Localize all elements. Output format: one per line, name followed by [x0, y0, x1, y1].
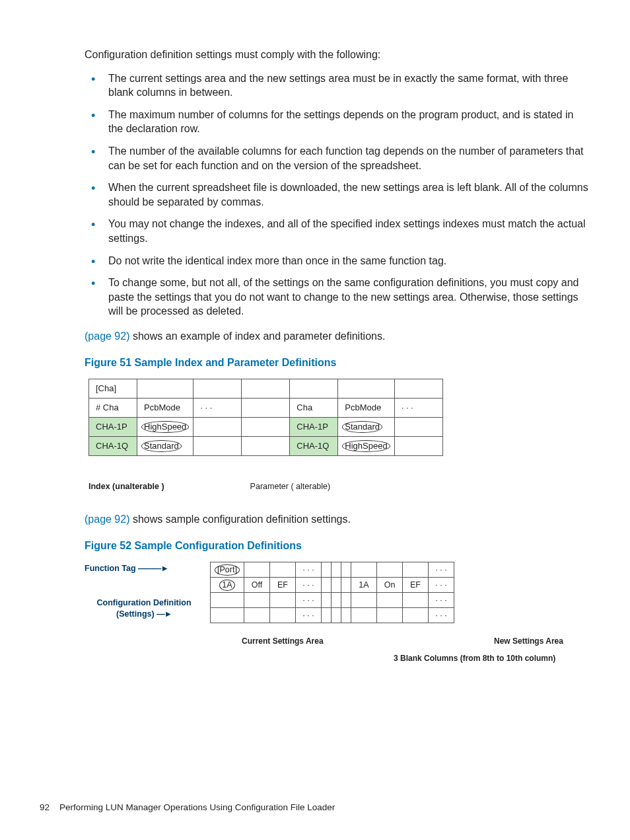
- cell: [Port]: [211, 562, 244, 578]
- bullet-item: The number of the available columns for …: [85, 144, 590, 172]
- bullet-item: You may not change the indexes, and all …: [85, 217, 590, 245]
- cell: · · ·: [429, 562, 454, 578]
- bullet-item: To change some, but not all, of the sett…: [85, 276, 590, 319]
- cell: [290, 379, 338, 399]
- cell: [351, 608, 377, 623]
- cell: [242, 399, 290, 418]
- cell: [332, 562, 341, 578]
- cell: · · ·: [394, 399, 442, 418]
- cell: [242, 437, 290, 456]
- figure-52-caption: Figure 52 Sample Configuration Definitio…: [85, 539, 590, 553]
- cell: [351, 562, 377, 578]
- cell: · · ·: [429, 593, 454, 608]
- cell: [341, 593, 351, 608]
- bullet-item: When the current spreadsheet file is dow…: [85, 180, 590, 209]
- new-settings-area-label: New Settings Area: [494, 636, 563, 646]
- cell: [270, 562, 296, 578]
- function-tag-label: Function Tag ———►: [85, 563, 168, 574]
- bullet-item: The maximum number of columns for the se…: [85, 108, 590, 136]
- param-label: Parameter ( alterable): [250, 481, 331, 492]
- cell: [242, 379, 290, 399]
- page-footer: 92 Performing LUN Manager Operations Usi…: [40, 802, 335, 814]
- page-link[interactable]: (page 92): [85, 514, 130, 525]
- cell: [394, 418, 442, 437]
- cell: Standard: [137, 437, 193, 456]
- page-link[interactable]: (page 92): [85, 330, 130, 342]
- alterable-oval: Standard: [345, 421, 380, 433]
- cell: CHA-1P: [290, 418, 338, 437]
- cell: [322, 608, 332, 623]
- alterable-oval: Standard: [144, 440, 179, 452]
- cell: [394, 379, 442, 399]
- figure-52: Function Tag ———► Configuration Definiti…: [85, 562, 590, 681]
- cell: [394, 437, 442, 456]
- cell: EF: [270, 578, 296, 593]
- cell: 1A: [351, 578, 377, 593]
- bullet-list: The current settings area and the new se…: [85, 71, 590, 319]
- cell: On: [377, 578, 403, 593]
- cell: [211, 608, 244, 623]
- cell: [332, 608, 341, 623]
- cell: [351, 593, 377, 608]
- figure-51: [Cha] # ChaPcbMode· · ·ChaPcbMode· · · C…: [88, 379, 590, 492]
- cell: · · ·: [296, 593, 322, 608]
- cell: [377, 562, 403, 578]
- cell: [244, 593, 270, 608]
- cell: · · ·: [296, 562, 322, 578]
- cell: [322, 562, 332, 578]
- footer-text: Performing LUN Manager Operations Using …: [59, 802, 335, 812]
- cell: · · ·: [296, 578, 322, 593]
- cell: [403, 562, 429, 578]
- intro-text: Configuration definition settings must c…: [85, 48, 590, 62]
- cell: Standard: [338, 418, 394, 437]
- cell: [341, 562, 351, 578]
- cell: [377, 608, 403, 623]
- bullet-item: Do not write the identical index more th…: [85, 254, 590, 268]
- figure-51-caption: Figure 51 Sample Index and Parameter Def…: [85, 356, 590, 370]
- cell: · · ·: [429, 608, 454, 623]
- cell: · · ·: [193, 399, 242, 418]
- cell: [403, 593, 429, 608]
- cell: [338, 379, 394, 399]
- figure-52-table: [Port]· · ·· · · 1AOffEF· · ·1AOnEF· · ·…: [210, 562, 454, 623]
- alterable-oval: HighSpeed: [144, 421, 186, 433]
- cell: [193, 379, 242, 399]
- cell: [244, 562, 270, 578]
- ref-line-2: (page 92) shows sample configuration def…: [85, 512, 590, 527]
- cell: [Cha]: [89, 379, 137, 399]
- cell: [193, 437, 242, 456]
- cell: PcbMode: [137, 399, 193, 418]
- cell: [332, 578, 341, 593]
- ref-text: shows sample configuration definition se…: [130, 514, 351, 525]
- figure-51-table: [Cha] # ChaPcbMode· · ·ChaPcbMode· · · C…: [88, 379, 443, 456]
- page-number: 92: [40, 802, 50, 812]
- ref-line-1: (page 92) shows an example of index and …: [85, 329, 590, 344]
- cell: [377, 593, 403, 608]
- cell: [332, 593, 341, 608]
- ref-text: shows an example of index and parameter …: [130, 330, 386, 342]
- blank-columns-label: 3 Blank Columns (from 8th to 10th column…: [394, 653, 555, 664]
- cell: CHA-1P: [89, 418, 137, 437]
- cell: EF: [403, 578, 429, 593]
- cell: [193, 418, 242, 437]
- bullet-item: The current settings area and the new se…: [85, 71, 590, 100]
- cell: [270, 608, 296, 623]
- cell: [244, 608, 270, 623]
- cell: 1A: [211, 578, 244, 593]
- cell: # Cha: [89, 399, 137, 418]
- cell: CHA-1Q: [89, 437, 137, 456]
- cell: · · ·: [296, 608, 322, 623]
- cell: HighSpeed: [137, 418, 193, 437]
- cell: [270, 593, 296, 608]
- index-label: Index (unalterable ): [88, 481, 164, 492]
- cell: [137, 379, 193, 399]
- alterable-oval: HighSpeed: [345, 440, 387, 452]
- cell: [322, 578, 332, 593]
- cell: [341, 578, 351, 593]
- cell: HighSpeed: [338, 437, 394, 456]
- cell: PcbMode: [338, 399, 394, 418]
- cell: Cha: [290, 399, 338, 418]
- cell: Off: [244, 578, 270, 593]
- cell: · · ·: [429, 578, 454, 593]
- current-settings-area-label: Current Settings Area: [242, 636, 324, 646]
